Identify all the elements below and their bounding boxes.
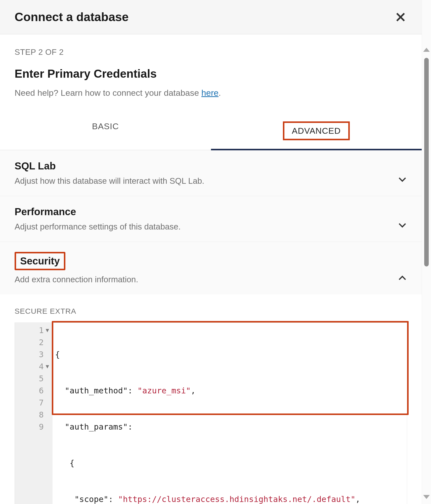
code-line: "auth_params": bbox=[55, 421, 407, 433]
accordion-security-header[interactable]: Security Add extra connection informatio… bbox=[0, 242, 422, 294]
line-number: 7 bbox=[39, 397, 44, 409]
accordion-performance-header[interactable]: Performance Adjust performance settings … bbox=[0, 196, 422, 242]
accordion-sql-lab: SQL Lab Adjust how this database will in… bbox=[0, 150, 422, 196]
help-link[interactable]: here bbox=[201, 88, 219, 98]
line-number: 4 bbox=[39, 360, 44, 373]
connect-database-modal: Connect a database STEP 2 OF 2 Enter Pri… bbox=[0, 0, 422, 504]
editor-gutter: 1▼ 2▼ 3▼ 4▼ 5▼ 6▼ 7▼ 8▼ 9▼ bbox=[15, 323, 53, 504]
tab-basic[interactable]: BASIC bbox=[0, 113, 211, 150]
line-number: 8 bbox=[39, 409, 44, 421]
scroll-thumb[interactable] bbox=[424, 58, 429, 266]
scroll-down-icon[interactable] bbox=[423, 495, 430, 499]
tab-basic-label: BASIC bbox=[92, 121, 119, 131]
subheading: Enter Primary Credentials bbox=[15, 67, 407, 80]
accordion-sql-lab-header[interactable]: SQL Lab Adjust how this database will in… bbox=[0, 150, 422, 196]
secure-extra-label: SECURE EXTRA bbox=[15, 307, 407, 315]
close-button[interactable] bbox=[394, 11, 407, 24]
accordion-performance: Performance Adjust performance settings … bbox=[0, 196, 422, 242]
modal-title: Connect a database bbox=[15, 10, 128, 24]
scroll-up-icon[interactable] bbox=[423, 48, 430, 52]
accordion-performance-desc: Adjust performance settings of this data… bbox=[15, 222, 181, 232]
modal-header: Connect a database bbox=[0, 0, 422, 34]
accordion-sql-lab-title: SQL Lab bbox=[15, 160, 204, 172]
code-editor-wrap: 1▼ 2▼ 3▼ 4▼ 5▼ 6▼ 7▼ 8▼ 9▼ bbox=[15, 323, 407, 504]
scrollbar[interactable] bbox=[422, 0, 431, 504]
fold-icon[interactable]: ▼ bbox=[46, 324, 49, 336]
line-number: 3 bbox=[39, 348, 44, 360]
line-number: 9 bbox=[39, 421, 44, 433]
tab-advanced[interactable]: ADVANCED bbox=[211, 113, 422, 150]
editor-code[interactable]: { "auth_method": "azure_msi", "auth_para… bbox=[53, 323, 407, 504]
accordion-security: Security Add extra connection informatio… bbox=[0, 242, 422, 504]
line-number: 6 bbox=[39, 385, 44, 397]
line-number: 5 bbox=[39, 373, 44, 385]
chevron-down-icon bbox=[398, 175, 407, 184]
step-label: STEP 2 OF 2 bbox=[15, 48, 407, 57]
code-line: "scope": "https://clusteraccess.hdinsigh… bbox=[55, 493, 407, 504]
close-icon bbox=[395, 12, 406, 23]
accordion-security-title: Security bbox=[15, 252, 65, 270]
modal-container: Connect a database STEP 2 OF 2 Enter Pri… bbox=[0, 0, 431, 504]
help-text-prefix: Need help? Learn how to connect your dat… bbox=[15, 88, 201, 98]
chevron-down-icon bbox=[398, 220, 407, 230]
code-line: "auth_method": "azure_msi", bbox=[55, 385, 407, 397]
secure-extra-editor[interactable]: 1▼ 2▼ 3▼ 4▼ 5▼ 6▼ 7▼ 8▼ 9▼ bbox=[15, 323, 407, 504]
accordion-group: SQL Lab Adjust how this database will in… bbox=[0, 150, 422, 504]
modal-body: STEP 2 OF 2 Enter Primary Credentials Ne… bbox=[0, 34, 422, 504]
accordion-performance-title: Performance bbox=[15, 206, 181, 217]
line-number: 2 bbox=[39, 336, 44, 348]
chevron-up-icon bbox=[398, 273, 407, 283]
help-text-suffix: . bbox=[219, 88, 221, 98]
line-number: 1 bbox=[39, 324, 44, 336]
fold-icon[interactable]: ▼ bbox=[46, 360, 49, 373]
code-line: { bbox=[55, 348, 407, 360]
tab-advanced-label: ADVANCED bbox=[283, 121, 350, 140]
help-text: Need help? Learn how to connect your dat… bbox=[15, 88, 407, 98]
tabs: BASIC ADVANCED bbox=[0, 113, 422, 150]
code-line: { bbox=[55, 457, 407, 469]
accordion-security-content: SECURE EXTRA 1▼ 2▼ 3▼ 4▼ 5▼ 6▼ bbox=[0, 294, 422, 504]
accordion-sql-lab-desc: Adjust how this database will interact w… bbox=[15, 176, 204, 186]
accordion-security-desc: Add extra connection information. bbox=[15, 275, 138, 284]
